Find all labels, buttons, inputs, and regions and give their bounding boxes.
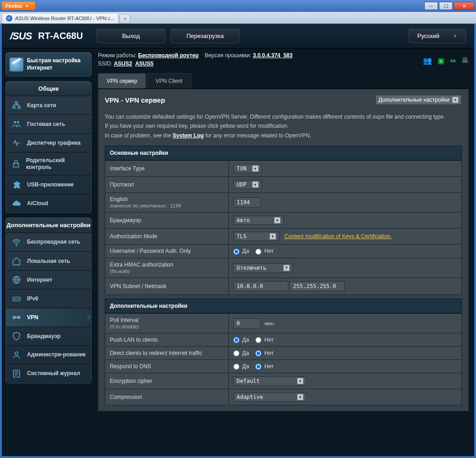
mode-line: Режим работы: Беспроводной роутер Версия… [98, 52, 292, 59]
sidebar-item-network-map[interactable]: Карта сети [6, 96, 91, 115]
maximize-button[interactable]: ☐ [439, 2, 453, 10]
svg-point-11 [18, 316, 20, 318]
minimize-button[interactable]: ─ [424, 2, 438, 10]
menu-general: Общие Карта сети Гостевая сеть Диспетчер… [5, 81, 92, 213]
sidebar: Быстрая настройка Интернет Общие Карта с… [2, 49, 95, 456]
sidebar-item-syslog[interactable]: Системный журнал [6, 365, 91, 383]
auth-mode-select[interactable]: TLS▼ [233, 232, 279, 241]
vpn-icon [11, 313, 22, 322]
redirect-no[interactable]: Нет [255, 350, 274, 356]
sidebar-item-parental-control[interactable]: Родительский контроль [6, 153, 91, 175]
firewall-select[interactable]: Авто▼ [233, 216, 284, 225]
chevron-down-icon: ▼ [453, 34, 457, 38]
quick-line1: Быстрая настройка [27, 57, 81, 64]
lan-status-icon[interactable]: ▣ [438, 56, 444, 65]
label-subnet: VPN Subnet / Netmask [105, 278, 229, 294]
quick-setup-button[interactable]: Быстрая настройка Интернет [5, 52, 92, 76]
section-advanced-header: Дополнительные настройки [105, 299, 462, 313]
sidebar-item-lan[interactable]: Локальная сеть [6, 252, 91, 271]
compression-select[interactable]: Adaptive▼ [233, 393, 307, 402]
sidebar-item-wan[interactable]: Интернет [6, 271, 91, 289]
home-icon [11, 256, 22, 266]
sidebar-item-guest-network[interactable]: Гостевая сеть [6, 115, 91, 134]
sidebar-item-traffic-manager[interactable]: Диспетчер трафика [6, 134, 91, 153]
cipher-select[interactable]: Default▼ [233, 376, 307, 386]
tab-vpn-client[interactable]: VPN Client [147, 73, 191, 88]
svg-rect-1 [13, 107, 15, 109]
userpass-yes[interactable]: Да [233, 248, 249, 254]
chevron-down-icon: ▼ [452, 97, 459, 103]
pushlan-no[interactable]: Нет [255, 337, 274, 343]
menu-advanced-title: Дополнительные настройки [6, 218, 91, 233]
mode-link[interactable]: Беспроводной роутер [138, 52, 199, 59]
ipv6-icon: IPv6 [11, 294, 22, 303]
printer-icon[interactable]: 🖶 [461, 56, 469, 65]
shield-icon [11, 332, 22, 341]
svg-point-10 [13, 316, 16, 318]
system-log-link[interactable]: System Log [173, 132, 204, 139]
label-dns: Respond to DNS [105, 360, 229, 373]
keys-cert-link[interactable]: Content modification of Keys & Certifica… [284, 233, 391, 240]
redirect-yes[interactable]: Да [233, 350, 249, 356]
browser-tab-strip: ⟳ ASUS Wireless Router RT-AC68U - VPN c.… [0, 12, 476, 24]
chevron-down-icon: ▼ [25, 4, 29, 8]
dns-no[interactable]: Нет [255, 363, 274, 370]
label-hmac: Extra HMAC authorization(tls-auth) [105, 258, 229, 278]
userpass-no[interactable]: Нет [255, 248, 274, 254]
hmac-select[interactable]: Отключить▼ [233, 263, 293, 273]
firefox-menu-button[interactable]: Firefox ▼ [2, 2, 35, 10]
status-icons: 👥 ▣ ⇔ 🖶 [423, 56, 469, 65]
puzzle-icon [11, 180, 22, 189]
fw-link[interactable]: 3.0.0.4.374_583 [253, 52, 292, 59]
tab-vpn-server[interactable]: VPN сервер [98, 73, 146, 88]
model-name: RT-AC68U [38, 31, 83, 41]
new-tab-button[interactable]: + [119, 14, 130, 23]
ssid2-link[interactable]: ASUS2 [114, 60, 132, 67]
basic-settings-table: Interface Type TUN▼ Протокол UDP▼ Englis… [105, 160, 462, 294]
poll-input[interactable] [233, 318, 261, 328]
advanced-settings-select[interactable]: Дополнительные настройки ▼ [375, 95, 462, 105]
dns-yes[interactable]: Да [233, 363, 249, 370]
label-userpass: Username / Password Auth. Only [105, 245, 229, 258]
network-map-icon [11, 101, 22, 110]
traffic-icon [11, 138, 22, 147]
pushlan-yes[interactable]: Да [233, 337, 249, 343]
iface-type-select[interactable]: TUN▼ [233, 164, 262, 173]
label-poll: Poll Interval(0 to disable) [105, 313, 229, 333]
label-port: Englishзначение по умолчанию : 1194 [105, 193, 229, 213]
globe-icon [11, 275, 22, 284]
wand-icon [10, 58, 23, 71]
sidebar-item-vpn[interactable]: VPN [6, 308, 91, 327]
port-input[interactable] [233, 197, 261, 207]
subnet-mask-input[interactable] [290, 281, 345, 291]
svg-point-3 [14, 121, 16, 124]
sidebar-item-aicloud[interactable]: AiCloud [6, 194, 91, 213]
reboot-button[interactable]: Перезагрузка [171, 29, 239, 43]
wifi-icon [11, 238, 22, 247]
sidebar-item-wireless[interactable]: Беспроводная сеть [6, 233, 91, 252]
page-title: VPN - VPN сервер [105, 96, 165, 104]
ssid5-link[interactable]: ASUS5 [135, 60, 153, 67]
section-basic-header: Основные настройки [105, 146, 462, 160]
language-label: Русский [417, 33, 439, 39]
svg-rect-2 [18, 107, 20, 109]
close-button[interactable]: ✕ [454, 2, 475, 10]
sidebar-item-admin[interactable]: Администри-рование [6, 346, 91, 365]
browser-tab[interactable]: ⟳ ASUS Wireless Router RT-AC68U - VPN c.… [2, 13, 119, 23]
quick-line2: Интернет [27, 65, 52, 71]
label-cipher: Encryption cipher [105, 373, 229, 389]
sidebar-item-ipv6[interactable]: IPv6IPv6 [6, 289, 91, 308]
router-header: /SUS RT-AC68U Выход Перезагрузка Русский… [2, 24, 474, 49]
ssid-line: SSID: ASUS2 ASUS5 [98, 60, 292, 67]
svg-point-4 [17, 121, 19, 124]
usb-status-icon[interactable]: ⇔ [450, 56, 456, 65]
clients-icon[interactable]: 👥 [423, 56, 432, 65]
protocol-select[interactable]: UDP▼ [233, 180, 262, 189]
sidebar-item-firewall[interactable]: Брандмауэр [6, 327, 91, 346]
subnet-ip-input[interactable] [233, 281, 288, 291]
advanced-settings-table: Poll Interval(0 to disable) мин. Push LA… [105, 313, 462, 406]
main-panel: Режим работы: Беспроводной роутер Версия… [95, 49, 474, 456]
logout-button[interactable]: Выход [97, 29, 165, 43]
sidebar-item-usb-app[interactable]: USB-приложение [6, 175, 91, 194]
language-select[interactable]: Русский ▼ [409, 29, 466, 43]
